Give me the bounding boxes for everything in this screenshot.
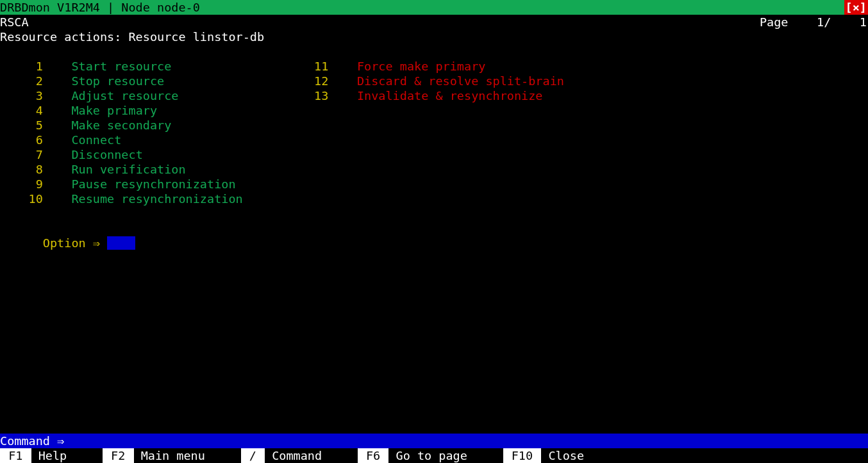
option-prompt: Option ⇒ [0,221,868,250]
page-indicator: Page 1/ 1 [760,15,867,29]
menu-item-label: Run verification [71,163,185,176]
command-label: Command ⇒ [0,434,71,448]
menu-item[interactable]: 6 Connect [0,133,243,147]
menu-item-number: 12 [243,74,329,88]
menu-area: 1 Start resource 2 Stop resource 3 Adjus… [0,59,868,206]
command-input[interactable] [71,434,868,448]
menu-column-2: 11 Force make primary 12 Discard & resol… [243,59,564,206]
breadcrumb: RSCA [0,15,29,29]
menu-item-number: 2 [0,74,43,88]
menu-item-number: 11 [243,59,329,74]
menu-item-label: Discard & resolve split-brain [357,74,564,88]
menu-item[interactable]: 9 Pause resynchronization [0,177,243,191]
menu-column-1: 1 Start resource 2 Stop resource 3 Adjus… [0,59,243,206]
option-input[interactable] [107,236,135,250]
menu-item-number: 10 [0,191,43,206]
menu-item-number: 4 [0,103,43,118]
option-label: Option ⇒ [43,236,107,250]
menu-item-number: 9 [0,177,43,191]
menu-item[interactable]: 7 Disconnect [0,147,243,162]
menu-item-label: Invalidate & resynchronize [357,89,543,102]
fn-key[interactable]: F6 [358,448,389,463]
fn-key-label: Go to page [388,448,503,463]
fn-key-label: Main menu [134,448,241,463]
menu-item-label: Stop resource [71,74,164,88]
menu-item-number: 3 [0,88,43,103]
menu-item-label: Make secondary [71,118,171,132]
menu-item[interactable]: 11 Force make primary [243,59,564,74]
menu-item-number: 13 [243,88,329,103]
menu-item-number: 8 [0,162,43,177]
menu-item-label: Resume resynchronization [71,192,242,206]
fn-key[interactable]: F2 [103,448,134,463]
menu-item[interactable]: 8 Run verification [0,162,243,177]
menu-item-number: 1 [0,59,43,74]
menu-item[interactable]: 1 Start resource [0,59,243,74]
title-bar: DRBDmon V1R2M4 | Node node-0 [×] [0,0,868,15]
menu-item[interactable]: 12 Discard & resolve split-brain [243,74,564,88]
fn-key-label: Help [31,448,103,463]
menu-item[interactable]: 10 Resume resynchronization [0,191,243,206]
menu-item-label: Make primary [71,104,157,117]
fn-key-label: Command [265,448,358,463]
menu-item-label: Force make primary [357,60,485,73]
menu-item[interactable]: 3 Adjust resource [0,88,243,103]
function-key-bar: F1 Help F2 Main menu / Command F6 Go to … [0,448,868,463]
fn-key-label: Close [541,448,584,463]
menu-item[interactable]: 2 Stop resource [0,74,243,88]
menu-item[interactable]: 4 Make primary [0,103,243,118]
menu-item-number: 6 [0,133,43,147]
menu-item-label: Start resource [71,60,171,73]
fn-key[interactable]: F10 [503,448,542,463]
menu-item-label: Disconnect [71,148,142,161]
app-title: DRBDmon V1R2M4 | Node node-0 [0,0,200,15]
command-bar: Command ⇒ [0,434,868,448]
header-row: RSCA Page 1/ 1 [0,15,868,29]
menu-item-label: Pause resynchronization [71,177,235,191]
fn-key[interactable]: F1 [0,448,31,463]
menu-item[interactable]: 5 Make secondary [0,118,243,133]
close-icon[interactable]: [×] [844,0,868,15]
menu-item-label: Connect [71,133,121,147]
menu-item-number: 5 [0,118,43,133]
menu-item-label: Adjust resource [71,89,178,102]
menu-item-number: 7 [0,147,43,162]
menu-item[interactable]: 13 Invalidate & resynchronize [243,88,564,103]
fn-key[interactable]: / [241,448,265,463]
page-title: Resource actions: Resource linstor-db [0,29,868,44]
